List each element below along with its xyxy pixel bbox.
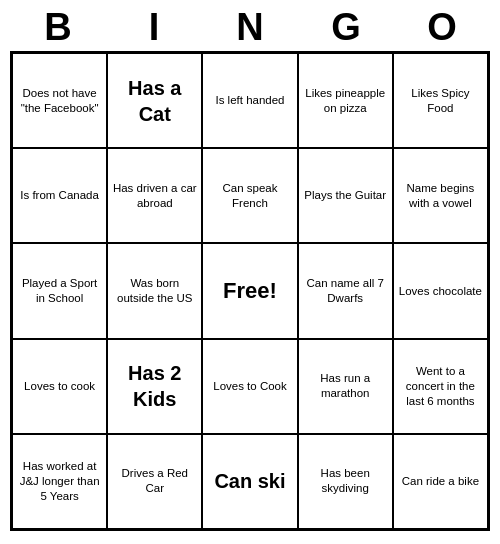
cell-10: Played a Sport in School: [12, 243, 107, 338]
bingo-grid: Does not have "the Facebook"Has a CatIs …: [10, 51, 490, 531]
letter-b: B: [15, 6, 101, 49]
cell-22: Can ski: [202, 434, 297, 529]
letter-n: N: [207, 6, 293, 49]
cell-12: Free!: [202, 243, 297, 338]
cell-20: Has worked at J&J longer than 5 Years: [12, 434, 107, 529]
cell-7: Can speak French: [202, 148, 297, 243]
cell-4: Likes Spicy Food: [393, 53, 488, 148]
cell-17: Loves to Cook: [202, 339, 297, 434]
cell-24: Can ride a bike: [393, 434, 488, 529]
cell-13: Can name all 7 Dwarfs: [298, 243, 393, 338]
cell-16: Has 2 Kids: [107, 339, 202, 434]
letter-i: I: [111, 6, 197, 49]
cell-0: Does not have "the Facebook": [12, 53, 107, 148]
cell-1: Has a Cat: [107, 53, 202, 148]
cell-21: Drives a Red Car: [107, 434, 202, 529]
cell-9: Name begins with a vowel: [393, 148, 488, 243]
letter-g: G: [303, 6, 389, 49]
cell-14: Loves chocolate: [393, 243, 488, 338]
cell-19: Went to a concert in the last 6 months: [393, 339, 488, 434]
letter-o: O: [399, 6, 485, 49]
cell-2: Is left handed: [202, 53, 297, 148]
cell-15: Loves to cook: [12, 339, 107, 434]
cell-23: Has been skydiving: [298, 434, 393, 529]
cell-6: Has driven a car abroad: [107, 148, 202, 243]
bingo-header: B I N G O: [10, 0, 490, 51]
cell-11: Was born outside the US: [107, 243, 202, 338]
cell-8: Plays the Guitar: [298, 148, 393, 243]
cell-5: Is from Canada: [12, 148, 107, 243]
cell-3: Likes pineapple on pizza: [298, 53, 393, 148]
cell-18: Has run a marathon: [298, 339, 393, 434]
